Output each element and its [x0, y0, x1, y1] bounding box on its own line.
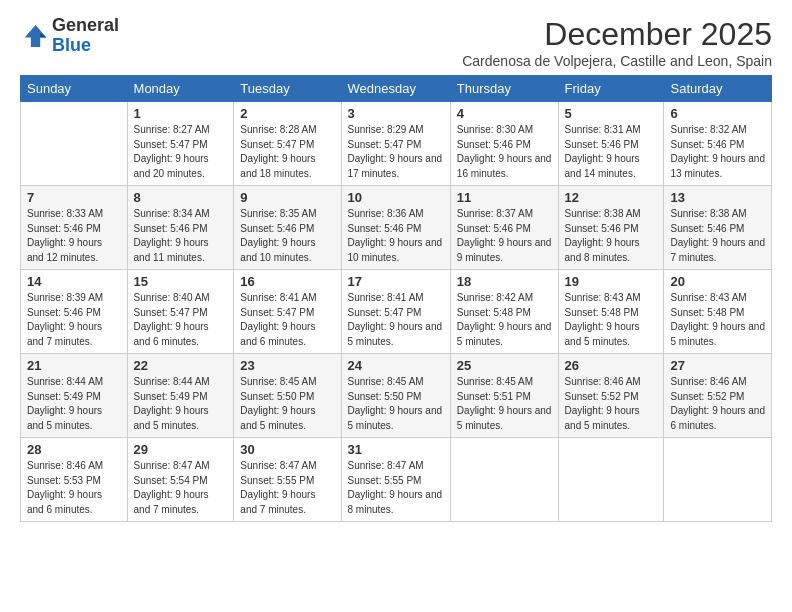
- day-info: Sunrise: 8:43 AM Sunset: 5:48 PM Dayligh…: [670, 291, 765, 349]
- day-number: 2: [240, 106, 334, 121]
- calendar-cell: 14Sunrise: 8:39 AM Sunset: 5:46 PM Dayli…: [21, 270, 128, 354]
- day-info: Sunrise: 8:30 AM Sunset: 5:46 PM Dayligh…: [457, 123, 552, 181]
- day-number: 8: [134, 190, 228, 205]
- calendar-cell: 17Sunrise: 8:41 AM Sunset: 5:47 PM Dayli…: [341, 270, 450, 354]
- day-number: 5: [565, 106, 658, 121]
- calendar-cell: [558, 438, 664, 522]
- day-info: Sunrise: 8:33 AM Sunset: 5:46 PM Dayligh…: [27, 207, 121, 265]
- day-number: 1: [134, 106, 228, 121]
- day-number: 15: [134, 274, 228, 289]
- weekday-header-row: Sunday Monday Tuesday Wednesday Thursday…: [21, 76, 772, 102]
- day-number: 14: [27, 274, 121, 289]
- calendar-cell: 22Sunrise: 8:44 AM Sunset: 5:49 PM Dayli…: [127, 354, 234, 438]
- calendar-cell: 30Sunrise: 8:47 AM Sunset: 5:55 PM Dayli…: [234, 438, 341, 522]
- calendar-cell: 18Sunrise: 8:42 AM Sunset: 5:48 PM Dayli…: [450, 270, 558, 354]
- calendar-cell: 4Sunrise: 8:30 AM Sunset: 5:46 PM Daylig…: [450, 102, 558, 186]
- calendar-cell: [664, 438, 772, 522]
- header-thursday: Thursday: [450, 76, 558, 102]
- location-subtitle: Cardenosa de Volpejera, Castille and Leo…: [462, 53, 772, 69]
- day-number: 21: [27, 358, 121, 373]
- logo-blue: Blue: [52, 35, 91, 55]
- calendar-week-row: 1Sunrise: 8:27 AM Sunset: 5:47 PM Daylig…: [21, 102, 772, 186]
- header-monday: Monday: [127, 76, 234, 102]
- calendar-cell: 8Sunrise: 8:34 AM Sunset: 5:46 PM Daylig…: [127, 186, 234, 270]
- day-info: Sunrise: 8:46 AM Sunset: 5:52 PM Dayligh…: [670, 375, 765, 433]
- logo: General Blue: [20, 16, 119, 56]
- day-info: Sunrise: 8:31 AM Sunset: 5:46 PM Dayligh…: [565, 123, 658, 181]
- calendar-cell: 31Sunrise: 8:47 AM Sunset: 5:55 PM Dayli…: [341, 438, 450, 522]
- calendar-cell: 6Sunrise: 8:32 AM Sunset: 5:46 PM Daylig…: [664, 102, 772, 186]
- day-number: 12: [565, 190, 658, 205]
- calendar-cell: 19Sunrise: 8:43 AM Sunset: 5:48 PM Dayli…: [558, 270, 664, 354]
- day-number: 4: [457, 106, 552, 121]
- calendar-cell: 2Sunrise: 8:28 AM Sunset: 5:47 PM Daylig…: [234, 102, 341, 186]
- day-number: 17: [348, 274, 444, 289]
- day-info: Sunrise: 8:44 AM Sunset: 5:49 PM Dayligh…: [27, 375, 121, 433]
- logo-text: General Blue: [52, 16, 119, 56]
- header-wednesday: Wednesday: [341, 76, 450, 102]
- day-number: 30: [240, 442, 334, 457]
- day-info: Sunrise: 8:42 AM Sunset: 5:48 PM Dayligh…: [457, 291, 552, 349]
- day-info: Sunrise: 8:35 AM Sunset: 5:46 PM Dayligh…: [240, 207, 334, 265]
- calendar-cell: 5Sunrise: 8:31 AM Sunset: 5:46 PM Daylig…: [558, 102, 664, 186]
- day-number: 26: [565, 358, 658, 373]
- logo-icon: [20, 22, 48, 50]
- day-info: Sunrise: 8:45 AM Sunset: 5:50 PM Dayligh…: [240, 375, 334, 433]
- day-info: Sunrise: 8:27 AM Sunset: 5:47 PM Dayligh…: [134, 123, 228, 181]
- calendar-cell: 16Sunrise: 8:41 AM Sunset: 5:47 PM Dayli…: [234, 270, 341, 354]
- header-sunday: Sunday: [21, 76, 128, 102]
- calendar-cell: 20Sunrise: 8:43 AM Sunset: 5:48 PM Dayli…: [664, 270, 772, 354]
- logo-general: General: [52, 15, 119, 35]
- header-saturday: Saturday: [664, 76, 772, 102]
- day-number: 13: [670, 190, 765, 205]
- day-info: Sunrise: 8:38 AM Sunset: 5:46 PM Dayligh…: [565, 207, 658, 265]
- day-info: Sunrise: 8:36 AM Sunset: 5:46 PM Dayligh…: [348, 207, 444, 265]
- calendar-header: Sunday Monday Tuesday Wednesday Thursday…: [21, 76, 772, 102]
- header-tuesday: Tuesday: [234, 76, 341, 102]
- day-info: Sunrise: 8:29 AM Sunset: 5:47 PM Dayligh…: [348, 123, 444, 181]
- header-friday: Friday: [558, 76, 664, 102]
- calendar-cell: 7Sunrise: 8:33 AM Sunset: 5:46 PM Daylig…: [21, 186, 128, 270]
- calendar-week-row: 28Sunrise: 8:46 AM Sunset: 5:53 PM Dayli…: [21, 438, 772, 522]
- calendar-cell: 26Sunrise: 8:46 AM Sunset: 5:52 PM Dayli…: [558, 354, 664, 438]
- day-info: Sunrise: 8:34 AM Sunset: 5:46 PM Dayligh…: [134, 207, 228, 265]
- day-info: Sunrise: 8:41 AM Sunset: 5:47 PM Dayligh…: [240, 291, 334, 349]
- calendar-cell: [450, 438, 558, 522]
- day-number: 25: [457, 358, 552, 373]
- calendar-cell: 25Sunrise: 8:45 AM Sunset: 5:51 PM Dayli…: [450, 354, 558, 438]
- day-info: Sunrise: 8:47 AM Sunset: 5:55 PM Dayligh…: [240, 459, 334, 517]
- day-info: Sunrise: 8:45 AM Sunset: 5:50 PM Dayligh…: [348, 375, 444, 433]
- day-number: 16: [240, 274, 334, 289]
- month-title: December 2025: [462, 16, 772, 53]
- day-info: Sunrise: 8:38 AM Sunset: 5:46 PM Dayligh…: [670, 207, 765, 265]
- calendar-cell: 29Sunrise: 8:47 AM Sunset: 5:54 PM Dayli…: [127, 438, 234, 522]
- day-info: Sunrise: 8:39 AM Sunset: 5:46 PM Dayligh…: [27, 291, 121, 349]
- day-info: Sunrise: 8:32 AM Sunset: 5:46 PM Dayligh…: [670, 123, 765, 181]
- day-info: Sunrise: 8:37 AM Sunset: 5:46 PM Dayligh…: [457, 207, 552, 265]
- day-info: Sunrise: 8:28 AM Sunset: 5:47 PM Dayligh…: [240, 123, 334, 181]
- day-number: 9: [240, 190, 334, 205]
- calendar-cell: [21, 102, 128, 186]
- day-info: Sunrise: 8:47 AM Sunset: 5:55 PM Dayligh…: [348, 459, 444, 517]
- calendar-cell: 11Sunrise: 8:37 AM Sunset: 5:46 PM Dayli…: [450, 186, 558, 270]
- day-number: 7: [27, 190, 121, 205]
- calendar-body: 1Sunrise: 8:27 AM Sunset: 5:47 PM Daylig…: [21, 102, 772, 522]
- calendar-cell: 21Sunrise: 8:44 AM Sunset: 5:49 PM Dayli…: [21, 354, 128, 438]
- day-info: Sunrise: 8:45 AM Sunset: 5:51 PM Dayligh…: [457, 375, 552, 433]
- calendar-cell: 3Sunrise: 8:29 AM Sunset: 5:47 PM Daylig…: [341, 102, 450, 186]
- day-info: Sunrise: 8:43 AM Sunset: 5:48 PM Dayligh…: [565, 291, 658, 349]
- calendar-cell: 28Sunrise: 8:46 AM Sunset: 5:53 PM Dayli…: [21, 438, 128, 522]
- day-number: 29: [134, 442, 228, 457]
- calendar-cell: 12Sunrise: 8:38 AM Sunset: 5:46 PM Dayli…: [558, 186, 664, 270]
- calendar-cell: 15Sunrise: 8:40 AM Sunset: 5:47 PM Dayli…: [127, 270, 234, 354]
- day-number: 19: [565, 274, 658, 289]
- calendar-cell: 10Sunrise: 8:36 AM Sunset: 5:46 PM Dayli…: [341, 186, 450, 270]
- calendar-cell: 1Sunrise: 8:27 AM Sunset: 5:47 PM Daylig…: [127, 102, 234, 186]
- calendar-cell: 23Sunrise: 8:45 AM Sunset: 5:50 PM Dayli…: [234, 354, 341, 438]
- calendar-cell: 24Sunrise: 8:45 AM Sunset: 5:50 PM Dayli…: [341, 354, 450, 438]
- calendar-week-row: 21Sunrise: 8:44 AM Sunset: 5:49 PM Dayli…: [21, 354, 772, 438]
- calendar-cell: 27Sunrise: 8:46 AM Sunset: 5:52 PM Dayli…: [664, 354, 772, 438]
- day-info: Sunrise: 8:40 AM Sunset: 5:47 PM Dayligh…: [134, 291, 228, 349]
- day-info: Sunrise: 8:41 AM Sunset: 5:47 PM Dayligh…: [348, 291, 444, 349]
- day-number: 22: [134, 358, 228, 373]
